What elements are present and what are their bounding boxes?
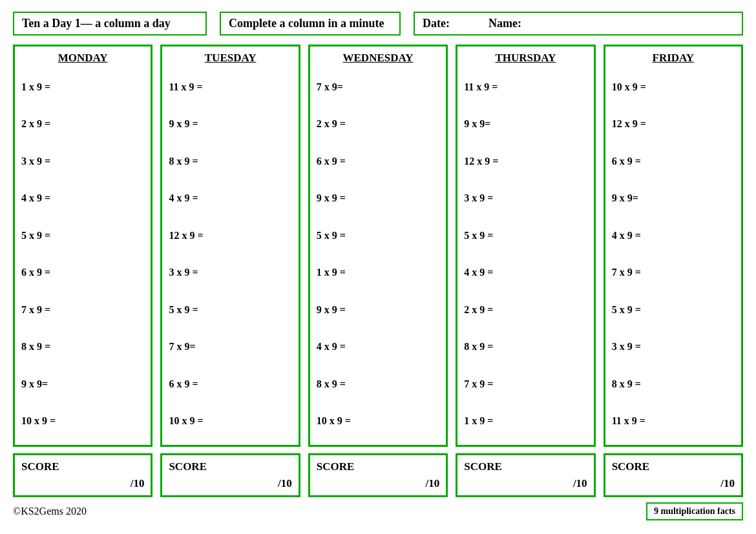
day-header-friday: FRIDAY: [612, 52, 735, 65]
math-item-wednesday-2: 6 x 9 =: [317, 143, 439, 180]
math-item-monday-8: 9 x 9=: [21, 365, 144, 403]
math-item-wednesday-7: 4 x 9 =: [317, 329, 439, 366]
math-item-monday-2: 3 x 9 =: [21, 143, 144, 180]
score-label-tuesday: SCORE: [169, 460, 291, 473]
score-label-friday: SCORE: [612, 460, 735, 473]
math-item-thursday-8: 7 x 9 =: [464, 365, 587, 403]
math-item-wednesday-6: 9 x 9 =: [317, 291, 439, 329]
date-name-box: Date: Name:: [414, 12, 743, 36]
score-box-wednesday: SCORE/10: [308, 453, 448, 497]
math-item-thursday-7: 8 x 9 =: [464, 329, 587, 366]
math-item-friday-2: 6 x 9 =: [612, 143, 735, 180]
footer-row: ©KS2Gems 2020 9 multiplication facts: [13, 502, 743, 520]
facts-badge: 9 multiplication facts: [646, 502, 743, 520]
math-item-monday-7: 8 x 9 =: [21, 329, 144, 366]
header-row: Ten a Day 1— a column a day Complete a c…: [13, 12, 743, 36]
day-column-wednesday: WEDNESDAY7 x 9=2 x 9 =6 x 9 =9 x 9 =5 x …: [308, 45, 448, 447]
day-header-thursday: THURSDAY: [464, 52, 587, 65]
math-item-monday-9: 10 x 9 =: [21, 403, 144, 440]
math-item-tuesday-5: 3 x 9 =: [169, 254, 291, 292]
score-label-monday: SCORE: [21, 460, 144, 473]
score-value-thursday: /10: [464, 477, 587, 490]
score-value-friday: /10: [612, 477, 735, 490]
math-item-thursday-1: 9 x 9=: [464, 106, 587, 143]
math-item-wednesday-1: 2 x 9 =: [317, 106, 439, 143]
math-item-tuesday-6: 5 x 9 =: [169, 291, 291, 329]
math-item-thursday-2: 12 x 9 =: [464, 143, 587, 180]
day-header-tuesday: TUESDAY: [169, 52, 291, 65]
math-item-wednesday-9: 10 x 9 =: [317, 403, 439, 440]
math-item-thursday-9: 1 x 9 =: [464, 403, 587, 440]
day-column-monday: MONDAY1 x 9 =2 x 9 =3 x 9 =4 x 9 =5 x 9 …: [13, 45, 152, 447]
math-item-thursday-4: 5 x 9 =: [464, 217, 587, 254]
day-column-thursday: THURSDAY11 x 9 =9 x 9=12 x 9 =3 x 9 =5 x…: [456, 45, 595, 447]
math-item-friday-3: 9 x 9=: [612, 180, 735, 218]
subtitle-text: Complete a column in a minute: [229, 17, 384, 30]
score-label-wednesday: SCORE: [317, 460, 439, 473]
score-row: SCORE/10SCORE/10SCORE/10SCORE/10SCORE/10: [13, 453, 743, 497]
math-item-friday-8: 8 x 9 =: [612, 365, 735, 403]
math-item-friday-9: 11 x 9 =: [612, 403, 735, 440]
math-item-monday-1: 2 x 9 =: [21, 106, 144, 143]
date-label: Date:: [423, 17, 450, 30]
score-box-thursday: SCORE/10: [456, 453, 595, 497]
math-item-tuesday-0: 11 x 9 =: [169, 68, 291, 106]
columns-wrapper: MONDAY1 x 9 =2 x 9 =3 x 9 =4 x 9 =5 x 9 …: [13, 45, 743, 447]
math-item-tuesday-9: 10 x 9 =: [169, 403, 291, 440]
math-item-wednesday-4: 5 x 9 =: [317, 217, 439, 254]
math-item-monday-0: 1 x 9 =: [21, 68, 144, 106]
math-item-monday-4: 5 x 9 =: [21, 217, 144, 254]
facts-text: 9 multiplication facts: [654, 506, 735, 516]
math-item-tuesday-1: 9 x 9 =: [169, 106, 291, 143]
math-item-tuesday-4: 12 x 9 =: [169, 217, 291, 254]
score-value-wednesday: /10: [317, 477, 439, 490]
math-item-monday-5: 6 x 9 =: [21, 254, 144, 292]
day-column-friday: FRIDAY10 x 9 =12 x 9 =6 x 9 =9 x 9=4 x 9…: [604, 45, 743, 447]
math-item-wednesday-3: 9 x 9 =: [317, 180, 439, 218]
day-column-tuesday: TUESDAY11 x 9 =9 x 9 =8 x 9 =4 x 9 =12 x…: [160, 45, 300, 447]
math-item-friday-0: 10 x 9 =: [612, 68, 735, 106]
math-item-friday-7: 3 x 9 =: [612, 329, 735, 366]
math-item-thursday-6: 2 x 9 =: [464, 291, 587, 329]
math-item-friday-5: 7 x 9 =: [612, 254, 735, 292]
score-value-monday: /10: [21, 477, 144, 490]
math-item-friday-6: 5 x 9 =: [612, 291, 735, 329]
math-item-friday-1: 12 x 9 =: [612, 106, 735, 143]
math-item-tuesday-7: 7 x 9=: [169, 329, 291, 366]
score-label-thursday: SCORE: [464, 460, 587, 473]
math-item-friday-4: 4 x 9 =: [612, 217, 735, 254]
score-box-tuesday: SCORE/10: [160, 453, 300, 497]
score-value-tuesday: /10: [169, 477, 291, 490]
main-content: MONDAY1 x 9 =2 x 9 =3 x 9 =4 x 9 =5 x 9 …: [13, 45, 743, 520]
math-item-thursday-0: 11 x 9 =: [464, 68, 587, 106]
title-box: Ten a Day 1— a column a day: [13, 12, 207, 36]
subtitle-box: Complete a column in a minute: [220, 12, 401, 36]
copyright-text: ©KS2Gems 2020: [13, 506, 87, 517]
math-item-tuesday-2: 8 x 9 =: [169, 143, 291, 180]
math-item-wednesday-0: 7 x 9=: [317, 68, 439, 106]
day-header-monday: MONDAY: [21, 52, 144, 65]
title-text: Ten a Day 1— a column a day: [22, 17, 171, 30]
math-item-monday-6: 7 x 9 =: [21, 291, 144, 329]
name-label: Name:: [488, 17, 521, 30]
score-box-monday: SCORE/10: [13, 453, 152, 497]
math-item-tuesday-3: 4 x 9 =: [169, 180, 291, 218]
score-box-friday: SCORE/10: [604, 453, 743, 497]
math-item-tuesday-8: 6 x 9 =: [169, 365, 291, 403]
math-item-wednesday-8: 8 x 9 =: [317, 365, 439, 403]
day-header-wednesday: WEDNESDAY: [317, 52, 439, 65]
math-item-monday-3: 4 x 9 =: [21, 180, 144, 218]
math-item-thursday-3: 3 x 9 =: [464, 180, 587, 218]
math-item-thursday-5: 4 x 9 =: [464, 254, 587, 292]
math-item-wednesday-5: 1 x 9 =: [317, 254, 439, 292]
